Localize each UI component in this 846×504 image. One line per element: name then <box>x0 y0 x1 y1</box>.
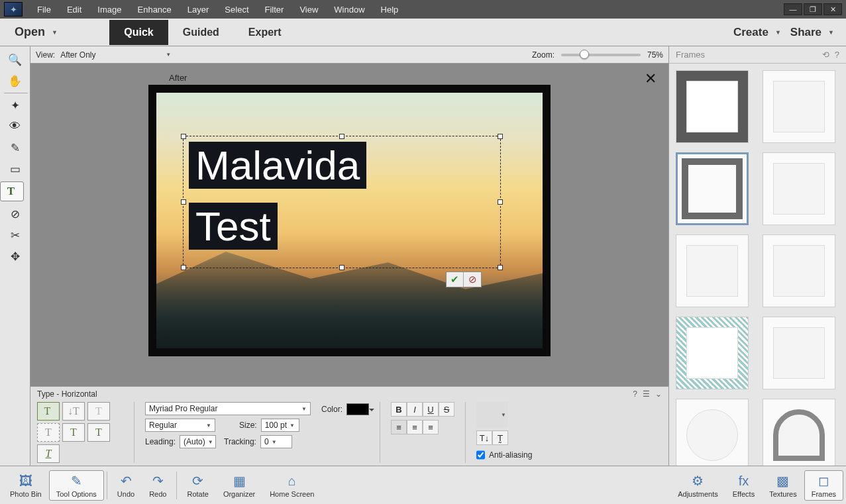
warp-text-button[interactable]: T <box>37 444 60 463</box>
frame-tape[interactable] <box>676 234 749 307</box>
status-effects[interactable]: fxEffects <box>725 470 762 501</box>
frame-plain[interactable] <box>763 70 835 143</box>
status-adjustments[interactable]: ⚙Adjustments <box>670 470 725 501</box>
menu-layer[interactable]: Layer <box>180 2 217 17</box>
frame-magnify[interactable] <box>676 399 749 466</box>
type-on-shape-button[interactable]: T <box>62 423 85 442</box>
menu-edit[interactable]: Edit <box>59 2 89 17</box>
cancel-button[interactable]: ⊘ <box>464 272 481 287</box>
handle-ne[interactable] <box>498 134 503 139</box>
mode-tab-guided[interactable]: Guided <box>168 20 234 45</box>
frame-arch[interactable] <box>763 399 835 466</box>
strikethrough-button[interactable]: S <box>439 402 454 417</box>
view-select[interactable]: After Only▼ <box>60 50 173 60</box>
frame-flowers[interactable] <box>763 234 835 307</box>
horizontal-type-button[interactable]: T <box>37 402 60 421</box>
bold-button[interactable]: B <box>391 402 407 417</box>
tool-move[interactable]: ✥ <box>3 246 27 266</box>
menu-help[interactable]: Help <box>373 2 407 17</box>
maximize-button[interactable]: ❐ <box>804 3 822 15</box>
tracking-select[interactable]: 0▼ <box>260 435 292 448</box>
status-organizer[interactable]: ▦Organizer <box>216 470 262 501</box>
align-center-button[interactable]: ≡ <box>407 420 423 434</box>
frame-stamp[interactable] <box>763 317 835 389</box>
menu-filter[interactable]: Filter <box>257 2 292 17</box>
mode-tab-expert[interactable]: Expert <box>234 20 296 45</box>
leading-select[interactable]: (Auto)▼ <box>180 435 216 448</box>
status-textures[interactable]: ▩Textures <box>762 470 804 501</box>
vertical-type-button[interactable]: ↓T <box>62 402 85 421</box>
font-family-select[interactable]: Myriad Pro Regular▼ <box>145 402 311 415</box>
handle-n[interactable] <box>339 134 344 139</box>
menu-image[interactable]: Image <box>89 2 129 17</box>
menu-enhance[interactable]: Enhance <box>130 2 180 17</box>
status-undo[interactable]: ↶Undo <box>110 470 142 501</box>
frame-film[interactable] <box>676 70 749 143</box>
type-on-path-button[interactable]: T <box>87 423 110 442</box>
font-size-select[interactable]: 100 pt▼ <box>261 419 299 432</box>
zoom-thumb[interactable] <box>580 50 589 59</box>
handle-w[interactable] <box>181 199 186 205</box>
textures-icon: ▩ <box>776 473 789 489</box>
tool-hand[interactable]: ✋ <box>3 71 27 91</box>
status-redo[interactable]: ↷Redo <box>142 470 174 501</box>
share-button[interactable]: Share▼ <box>788 22 837 43</box>
handle-sw[interactable] <box>181 265 186 270</box>
menu-view[interactable]: View <box>291 2 326 17</box>
status-tool-options[interactable]: ✎Tool Options <box>49 470 104 501</box>
handle-nw[interactable] <box>181 134 186 139</box>
handle-s[interactable] <box>339 265 344 270</box>
create-button[interactable]: Create▼ <box>731 22 784 43</box>
handle-se[interactable] <box>498 265 503 270</box>
anti-aliasing-checkbox[interactable] <box>476 448 485 462</box>
tool-brush[interactable]: ✎ <box>3 138 27 158</box>
status-home[interactable]: ⌂Home Screen <box>262 470 321 501</box>
menu-file[interactable]: File <box>29 2 59 17</box>
canvas[interactable]: Malavida Test ✔ ⊘ <box>148 85 551 356</box>
frame-thin[interactable] <box>763 152 835 225</box>
tool-quick-select[interactable]: ✦ <box>3 95 27 115</box>
align-right-button[interactable]: ≡ <box>423 420 439 434</box>
reset-icon[interactable]: ⟲ <box>822 50 829 60</box>
help-icon[interactable]: ? <box>835 50 839 60</box>
text-color-swatch[interactable] <box>346 403 369 415</box>
text-bounding-box[interactable]: Malavida Test ✔ ⊘ <box>183 136 501 268</box>
zoom-slider[interactable] <box>561 54 641 56</box>
vertical-text-button[interactable]: T↓ <box>476 430 492 445</box>
font-style-select[interactable]: Regular▼ <box>145 419 215 432</box>
type-on-selection-button[interactable]: T <box>37 423 60 442</box>
text-line-2[interactable]: Test <box>189 203 278 250</box>
status-photo-bin[interactable]: 🖼Photo Bin <box>3 470 49 501</box>
tool-zoom[interactable]: 🔍 <box>3 50 27 70</box>
type-mask-h-button[interactable]: T <box>87 402 110 421</box>
help-icon[interactable]: ? <box>633 389 637 399</box>
text-style-preset[interactable]: ▼ <box>476 402 508 427</box>
close-button[interactable]: ✕ <box>823 3 842 15</box>
status-frames[interactable]: ◻Frames <box>804 470 843 501</box>
tool-type[interactable]: T <box>0 181 24 201</box>
align-left-button[interactable]: ≡ <box>391 420 407 434</box>
warp-button[interactable]: T̰ <box>492 430 508 445</box>
tool-straighten[interactable]: ▭ <box>3 159 27 179</box>
close-document-button[interactable]: ✕ <box>645 70 657 87</box>
tool-eye[interactable]: 👁 <box>3 117 27 136</box>
frame-thick-selected[interactable] <box>676 152 749 225</box>
text-line-1[interactable]: Malavida <box>189 142 366 189</box>
underline-button[interactable]: U <box>423 402 439 417</box>
tool-crop[interactable]: ✂ <box>3 225 27 245</box>
commit-button[interactable]: ✔ <box>447 272 464 287</box>
status-rotate[interactable]: ⟳Rotate <box>180 470 215 501</box>
tracking-label: Tracking: <box>224 437 256 446</box>
minimize-button[interactable]: — <box>784 3 802 15</box>
mode-tab-quick[interactable]: Quick <box>109 20 168 45</box>
open-button[interactable]: Open▼ <box>0 25 72 39</box>
frame-checker[interactable] <box>676 317 749 389</box>
italic-button[interactable]: I <box>407 402 423 417</box>
menu-icon[interactable]: ☰ <box>643 389 650 399</box>
handle-e[interactable] <box>498 199 503 205</box>
frames-grid <box>669 64 846 466</box>
collapse-icon[interactable]: ⌄ <box>655 389 662 399</box>
menu-window[interactable]: Window <box>326 2 372 17</box>
menu-select[interactable]: Select <box>217 2 256 17</box>
tool-healing[interactable]: ⊘ <box>3 204 27 224</box>
